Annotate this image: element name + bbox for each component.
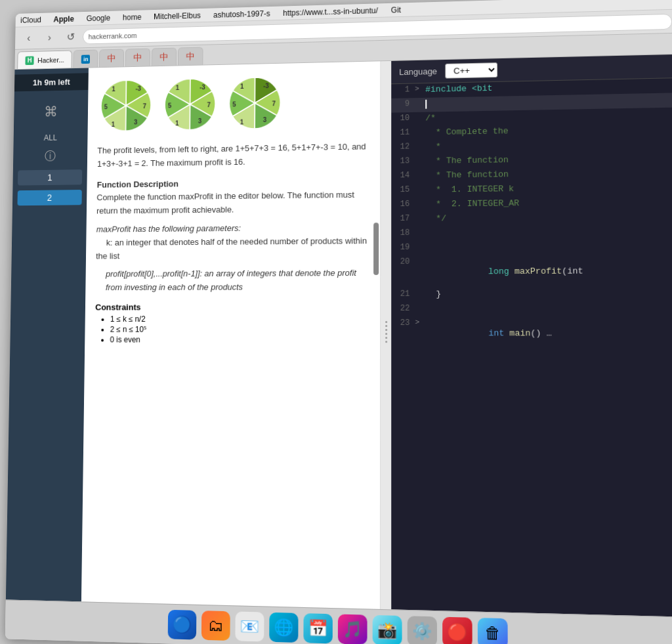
scrollbar-handle[interactable] bbox=[373, 223, 379, 275]
param-profit: profit[profit[0],...profit[n-1]]: an arr… bbox=[95, 267, 369, 295]
line-content-14: * The function bbox=[425, 168, 509, 182]
menu-mitchell[interactable]: Mitchell-Elbus bbox=[154, 11, 201, 20]
svg-text:5: 5 bbox=[104, 103, 108, 110]
browser-frame: iCloud Apple Google home Mitchell-Elbus … bbox=[5, 0, 672, 644]
line-arrow-22 bbox=[415, 303, 426, 304]
tab-5[interactable]: 中 bbox=[152, 48, 177, 66]
line-num-23: 23 bbox=[391, 317, 415, 328]
params-title: maxProfit has the following parameters: bbox=[96, 223, 241, 234]
tab-3[interactable]: 中 bbox=[99, 49, 124, 68]
dock-icon-mail[interactable]: 📧 bbox=[235, 611, 264, 641]
reload-button[interactable]: ↺ bbox=[62, 28, 79, 45]
info-button[interactable]: ⓘ bbox=[13, 144, 87, 168]
dock-icon-other[interactable]: 🔴 bbox=[442, 616, 472, 644]
dock-icon-settings[interactable]: ⚙️ bbox=[408, 616, 437, 644]
problem-description: The profit levels, from left to right, a… bbox=[97, 140, 369, 171]
tab-6[interactable]: 中 bbox=[178, 47, 203, 66]
menu-ashutosh[interactable]: ashutosh-1997-s bbox=[213, 9, 270, 19]
dot-3 bbox=[385, 329, 387, 331]
menu-icloud[interactable]: iCloud bbox=[20, 15, 41, 24]
svg-text:5: 5 bbox=[232, 100, 236, 108]
line-content-20: long maxProfit(int bbox=[426, 255, 583, 288]
line-num-19: 19 bbox=[391, 242, 415, 252]
svg-text:1: 1 bbox=[175, 119, 179, 127]
dot-4 bbox=[385, 333, 387, 335]
line-num-16: 16 bbox=[391, 198, 415, 209]
line-content-17: */ bbox=[425, 212, 446, 225]
line-num-10: 10 bbox=[391, 112, 415, 123]
line-num-14: 14 bbox=[391, 169, 415, 180]
line-arrow-16 bbox=[415, 198, 425, 200]
back-button[interactable]: ‹ bbox=[20, 29, 38, 47]
tab-linkedin[interactable]: in bbox=[74, 50, 98, 68]
line-num-17: 17 bbox=[391, 213, 415, 223]
dock-icon-trash[interactable]: 🗑 bbox=[478, 618, 508, 644]
svg-text:3: 3 bbox=[134, 118, 138, 125]
line-arrow-18 bbox=[415, 227, 425, 228]
svg-text:3: 3 bbox=[263, 116, 267, 123]
forward-button[interactable]: › bbox=[41, 28, 58, 46]
language-select[interactable]: C++ Java Python bbox=[445, 62, 497, 79]
tab6-icon: 中 bbox=[186, 52, 196, 61]
svg-text:7: 7 bbox=[207, 101, 211, 108]
dock-icon-photos[interactable]: 📸 bbox=[373, 614, 402, 644]
line-num-22: 22 bbox=[391, 303, 415, 313]
command-button[interactable]: ⌘ bbox=[14, 98, 88, 127]
line-content-11: * Complete the bbox=[425, 125, 508, 139]
code-line-18: 18 bbox=[391, 225, 672, 242]
svg-text:5: 5 bbox=[168, 102, 172, 109]
menu-home[interactable]: home bbox=[123, 12, 142, 22]
line-content-12: * bbox=[425, 140, 441, 153]
dock-icon-music[interactable]: 🎵 bbox=[338, 614, 368, 644]
line-arrow-1: > bbox=[415, 83, 425, 93]
tab3-icon: 中 bbox=[108, 54, 116, 63]
menu-apple[interactable]: Apple bbox=[53, 14, 74, 24]
tab4-icon: 中 bbox=[134, 53, 142, 62]
problem-1-button[interactable]: 1 bbox=[18, 169, 82, 185]
tab-hacker[interactable]: H Hacker... bbox=[17, 50, 72, 69]
tab-4[interactable]: 中 bbox=[125, 49, 150, 67]
constraints-title: Constraints bbox=[95, 302, 369, 312]
svg-text:1: 1 bbox=[112, 121, 116, 128]
line-num-9: 9 bbox=[391, 98, 415, 108]
code-line-23: 23 > int main() … bbox=[391, 317, 672, 351]
line-arrow-23: > bbox=[415, 317, 426, 326]
hacker-icon: H bbox=[25, 56, 33, 65]
panel-resize-handle[interactable] bbox=[381, 61, 391, 609]
all-label: ALL bbox=[14, 128, 88, 146]
constraint-1: 1 ≤ k ≤ n/2 bbox=[110, 314, 369, 324]
menu-git[interactable]: Git bbox=[391, 5, 401, 14]
constraint-3: 0 is even bbox=[110, 335, 369, 345]
code-line-20: 20 long maxProfit(int bbox=[391, 254, 672, 288]
pie-charts-row: -3 7 3 1 5 bbox=[98, 72, 370, 135]
line-arrow-19 bbox=[415, 242, 425, 243]
dock-icon-0[interactable]: 🔵 bbox=[168, 609, 197, 639]
svg-text:1: 1 bbox=[112, 85, 116, 93]
line-content-1: #include <bit bbox=[425, 82, 492, 96]
line-content-13: * The function bbox=[425, 154, 509, 167]
function-desc-title: Function Description bbox=[97, 179, 179, 189]
problem-2-button[interactable]: 2 bbox=[17, 190, 81, 205]
menu-url[interactable]: https://www.t...ss-in-ubuntu/ bbox=[283, 6, 378, 18]
problem-panel[interactable]: -3 7 3 1 5 bbox=[81, 61, 381, 609]
dock-icon-calendar[interactable]: 📅 bbox=[303, 613, 332, 643]
dock-icon-browser[interactable]: 🌐 bbox=[269, 612, 298, 642]
param-k: k: an integer that denotes half of the n… bbox=[96, 236, 367, 261]
dock-icon-finder[interactable]: 🗂 bbox=[201, 611, 230, 641]
line-content-15: * 1. INTEGER k bbox=[425, 182, 514, 196]
code-editor[interactable]: 1 > #include <bit 9 10 /* bbox=[391, 78, 672, 617]
language-label: Language bbox=[399, 66, 437, 77]
code-line-21: 21 } bbox=[391, 288, 672, 303]
code-line-22: 22 bbox=[391, 302, 672, 317]
svg-text:1: 1 bbox=[240, 118, 244, 125]
menu-google[interactable]: Google bbox=[86, 13, 110, 22]
linkedin-icon: in bbox=[81, 54, 90, 64]
tab-hacker-label: Hacker... bbox=[37, 56, 64, 64]
line-num-13: 13 bbox=[391, 155, 415, 165]
line-num-11: 11 bbox=[391, 127, 415, 137]
line-arrow-10 bbox=[415, 112, 425, 114]
line-arrow-12 bbox=[415, 140, 425, 142]
line-num-12: 12 bbox=[391, 140, 415, 151]
line-arrow-14 bbox=[415, 169, 425, 171]
svg-text:-3: -3 bbox=[200, 83, 205, 91]
